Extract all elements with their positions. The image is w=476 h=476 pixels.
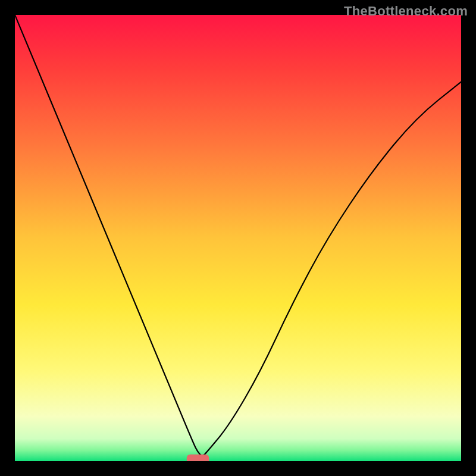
chart-svg bbox=[15, 15, 461, 461]
min-marker bbox=[187, 455, 209, 461]
chart-frame: TheBottleneck.com bbox=[0, 0, 476, 476]
chart-plot-area bbox=[15, 15, 461, 461]
watermark-text: TheBottleneck.com bbox=[344, 4, 468, 19]
gradient-background bbox=[15, 15, 461, 461]
